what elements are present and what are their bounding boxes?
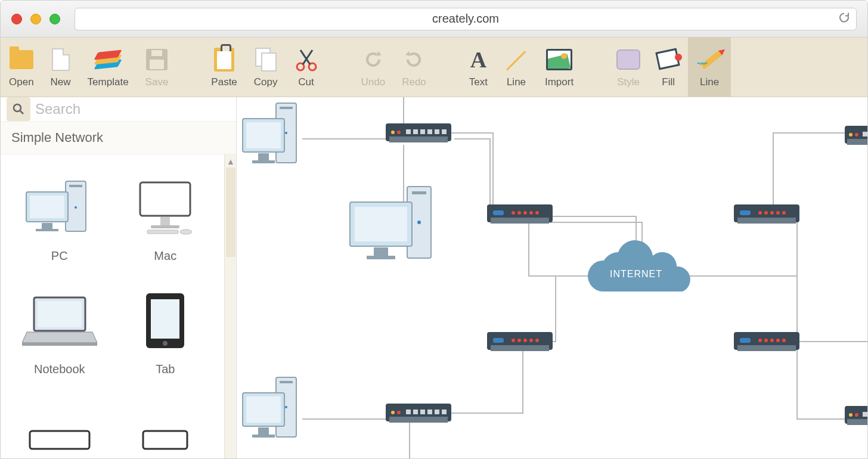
scissors-icon (294, 46, 318, 73)
svg-rect-59 (413, 410, 418, 414)
canvas-pc-3 (243, 377, 296, 438)
diagram-canvas[interactable]: INTERNET (237, 97, 867, 458)
shape-notebook[interactable]: Notebook (7, 274, 113, 387)
svg-point-70 (529, 211, 533, 215)
undo-icon (361, 46, 385, 73)
page-icon (52, 48, 70, 71)
svg-rect-74 (493, 338, 504, 343)
traffic-lights (11, 14, 60, 24)
svg-point-5 (75, 206, 77, 209)
device-icon (138, 405, 192, 459)
text-tool-button[interactable]: AText (461, 38, 496, 97)
svg-rect-19 (151, 299, 179, 339)
svg-point-76 (517, 339, 521, 342)
clipboard-icon (214, 48, 234, 72)
style-button[interactable]: Style (608, 38, 649, 97)
canvas-router-4 (734, 332, 799, 351)
line-icon (504, 48, 528, 72)
svg-rect-50 (420, 129, 425, 134)
text-icon: A (470, 46, 486, 73)
undo-button[interactable]: Undo (353, 38, 394, 97)
close-window-button[interactable] (11, 14, 22, 24)
palette-scrollbar[interactable]: ▲ (224, 154, 236, 459)
template-button[interactable]: Template (79, 38, 137, 97)
svg-point-47 (397, 131, 401, 134)
svg-rect-34 (355, 207, 407, 241)
mac-icon (129, 172, 201, 243)
style-icon (616, 49, 640, 70)
address-bar[interactable]: creately.com (75, 8, 857, 30)
shape-mac[interactable]: Mac (113, 160, 219, 274)
redo-button[interactable]: Redo (393, 38, 435, 97)
svg-rect-45 (389, 137, 448, 142)
svg-rect-48 (406, 129, 411, 134)
svg-point-104 (849, 413, 852, 417)
svg-point-93 (770, 339, 774, 342)
svg-rect-12 (151, 225, 179, 228)
svg-rect-11 (160, 217, 170, 225)
shape-extra-2[interactable] (113, 387, 219, 459)
svg-point-105 (855, 413, 858, 417)
svg-rect-24 (280, 107, 293, 109)
svg-rect-51 (427, 129, 432, 134)
svg-point-91 (758, 339, 762, 342)
svg-point-92 (764, 339, 768, 342)
scroll-up-icon[interactable]: ▲ (227, 157, 235, 166)
svg-point-83 (758, 211, 762, 215)
svg-rect-41 (246, 396, 281, 423)
canvas-switch-1 (386, 123, 451, 142)
canvas-cloud-internet: INTERNET (588, 240, 690, 291)
shape-pc[interactable]: PC (7, 160, 113, 274)
svg-point-86 (776, 211, 780, 215)
shape-label: Notebook (34, 362, 85, 376)
svg-point-75 (512, 339, 515, 342)
line-style-button[interactable]: 〰Line (688, 38, 731, 97)
canvas-router-1 (487, 204, 553, 224)
shape-label: PC (51, 249, 68, 263)
search-input[interactable] (35, 101, 230, 117)
scrollbar-thumb[interactable] (226, 168, 235, 257)
svg-rect-36 (367, 256, 395, 259)
svg-point-99 (855, 133, 858, 137)
svg-rect-35 (374, 247, 388, 256)
search-icon[interactable] (7, 97, 30, 121)
reload-icon[interactable] (838, 11, 850, 26)
svg-rect-8 (42, 223, 52, 229)
canvas-switch-4 (845, 406, 867, 425)
save-button[interactable]: Save (137, 38, 177, 97)
svg-rect-97 (847, 139, 867, 145)
svg-point-71 (535, 211, 539, 215)
shape-tab[interactable]: Tab (113, 274, 219, 387)
svg-rect-63 (442, 410, 447, 414)
shape-extra-1[interactable] (7, 387, 113, 459)
new-button[interactable]: New (42, 38, 79, 97)
fill-button[interactable]: Fill (649, 38, 688, 97)
copy-button[interactable]: Copy (246, 38, 286, 97)
import-button[interactable]: Import (537, 38, 582, 97)
svg-rect-81 (737, 218, 796, 224)
svg-rect-4 (69, 185, 82, 187)
cut-button[interactable]: Cut (286, 38, 327, 97)
maximize-window-button[interactable] (49, 14, 60, 24)
canvas-pc-1 (243, 103, 296, 163)
svg-point-77 (523, 339, 527, 342)
cloud-label: INTERNET (610, 269, 662, 279)
line-tool-button[interactable]: Line (496, 38, 537, 97)
open-button[interactable]: Open (1, 38, 42, 97)
svg-rect-55 (389, 417, 448, 423)
paste-button[interactable]: Paste (203, 38, 245, 97)
svg-point-46 (391, 131, 395, 134)
svg-point-85 (770, 211, 774, 215)
svg-rect-66 (493, 210, 504, 215)
svg-rect-73 (491, 345, 549, 351)
svg-rect-27 (246, 122, 281, 148)
svg-point-56 (391, 411, 395, 414)
svg-rect-61 (427, 410, 432, 414)
canvas-router-3 (734, 204, 799, 224)
svg-rect-89 (737, 345, 796, 351)
svg-point-87 (782, 211, 786, 215)
svg-point-79 (535, 339, 539, 342)
svg-rect-58 (406, 410, 411, 414)
minimize-window-button[interactable] (30, 14, 41, 24)
svg-rect-21 (30, 431, 89, 449)
